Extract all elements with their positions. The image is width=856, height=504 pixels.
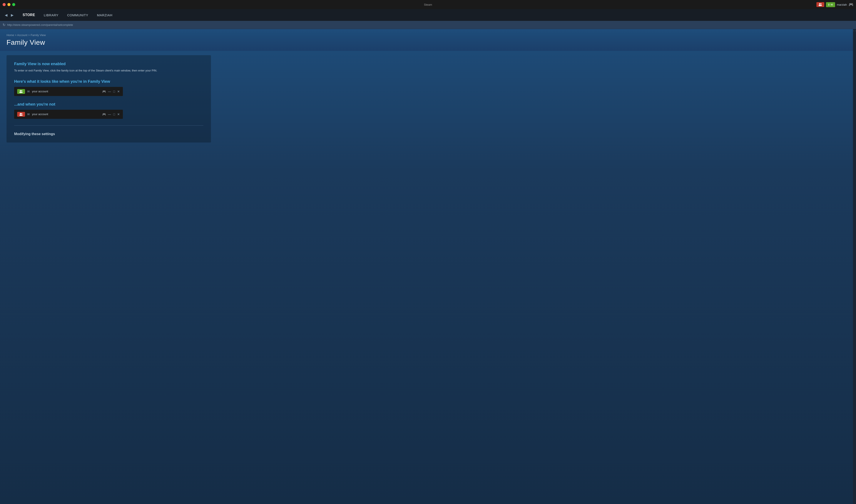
navbar: ◀ ▶ STORE LIBRARY COMMUNITY MARZIAH (0, 9, 856, 21)
breadcrumb-sep1: > (15, 34, 17, 37)
look-title: Here's what it looks like when you're in… (14, 79, 203, 84)
svg-point-10 (21, 113, 22, 114)
forward-arrow[interactable]: ▶ (10, 12, 15, 18)
username-label: marziah (837, 3, 847, 6)
titlebar-actions: 8 ✉ marziah 🎮 (817, 2, 853, 7)
preview-in-family-view: ✉ your account 🎮 — □ ✕ (14, 87, 123, 96)
preview-mail-icon-2: ✉ (27, 112, 30, 116)
preview-account-text-in: your account (32, 90, 48, 93)
scrollbar-dots: ⋮⋮ (853, 30, 856, 32)
preview-restore-icon-2: □ (113, 112, 115, 116)
preview-minimize-icon-2: — (108, 112, 111, 116)
minimize-button[interactable] (7, 3, 11, 6)
close-button[interactable] (3, 3, 6, 6)
scrollbar-track[interactable]: ⋮⋮ (853, 29, 856, 504)
breadcrumb-current: Family View (31, 34, 46, 37)
page-header: Home > Account > Family View Family View (0, 29, 856, 51)
not-title: ...and when you're not (14, 102, 203, 107)
nav-tabs: STORE LIBRARY COMMUNITY MARZIAH (18, 9, 853, 21)
preview-minimize-icon: — (108, 90, 111, 93)
breadcrumb: Home > Account > Family View (6, 34, 850, 37)
addressbar: ↻ http://store.steampowered.com/parental… (0, 21, 856, 29)
titlebar: Steam 8 ✉ marziah 🎮 (0, 0, 856, 9)
preview-green-family-button (17, 89, 25, 94)
svg-point-6 (21, 90, 22, 91)
preview-close-icon: ✕ (117, 90, 120, 93)
preview-red-family-button (17, 112, 25, 116)
preview-mail-icon: ✉ (27, 90, 30, 93)
preview-window-controls: 🎮 — □ ✕ (102, 90, 120, 93)
main-content: Home > Account > Family View Family View… (0, 29, 856, 504)
divider (14, 125, 203, 126)
svg-point-8 (20, 113, 21, 114)
refresh-button[interactable]: ↻ (3, 23, 5, 27)
enabled-title: Family View is now enabled (14, 62, 203, 66)
nav-tab-store[interactable]: STORE (18, 9, 39, 21)
preview-gamepad-icon-2: 🎮 (102, 112, 106, 116)
preview-restore-icon: □ (113, 90, 115, 93)
svg-point-2 (820, 3, 821, 4)
preview-not-family-view: ✉ your account 🎮 — □ ✕ (14, 110, 123, 119)
url-display: http://store.steampowered.com/parental/s… (7, 23, 73, 26)
preview-gamepad-icon: 🎮 (102, 90, 106, 93)
breadcrumb-sep2: > (28, 34, 31, 37)
svg-point-7 (21, 92, 23, 93)
svg-point-0 (819, 3, 820, 4)
messages-count: 8 (828, 3, 830, 6)
svg-point-3 (820, 5, 822, 6)
messages-button[interactable]: 8 ✉ (826, 2, 835, 7)
page-title: Family View (6, 38, 850, 47)
preview-people-icon-red (19, 113, 23, 116)
svg-point-4 (20, 90, 21, 91)
nav-tab-marziah[interactable]: MARZIAH (93, 9, 117, 21)
controller-icon: 🎮 (849, 2, 853, 7)
preview-close-icon-2: ✕ (117, 112, 120, 116)
preview-account-text-not: your account (32, 112, 48, 116)
envelope-icon: ✉ (831, 3, 833, 6)
traffic-lights (3, 3, 15, 6)
friends-icon (819, 3, 822, 6)
preview-people-icon-green (19, 90, 23, 93)
svg-point-11 (21, 114, 23, 115)
friends-button[interactable] (817, 2, 824, 7)
nav-tab-library[interactable]: LIBRARY (39, 9, 63, 21)
breadcrumb-account[interactable]: Account (17, 34, 28, 37)
maximize-button[interactable] (12, 3, 15, 6)
breadcrumb-home[interactable]: Home (6, 34, 14, 37)
preview-window-controls-2: 🎮 — □ ✕ (102, 112, 120, 116)
titlebar-title: Steam (424, 3, 432, 6)
enabled-desc: To enter or exit Family View, click the … (14, 68, 203, 73)
nav-arrows: ◀ ▶ (3, 12, 15, 18)
content-box: Family View is now enabled To enter or e… (6, 55, 211, 143)
modifying-title: Modifying these settings (14, 132, 203, 136)
back-arrow[interactable]: ◀ (3, 12, 9, 18)
nav-tab-community[interactable]: COMMUNITY (63, 9, 93, 21)
